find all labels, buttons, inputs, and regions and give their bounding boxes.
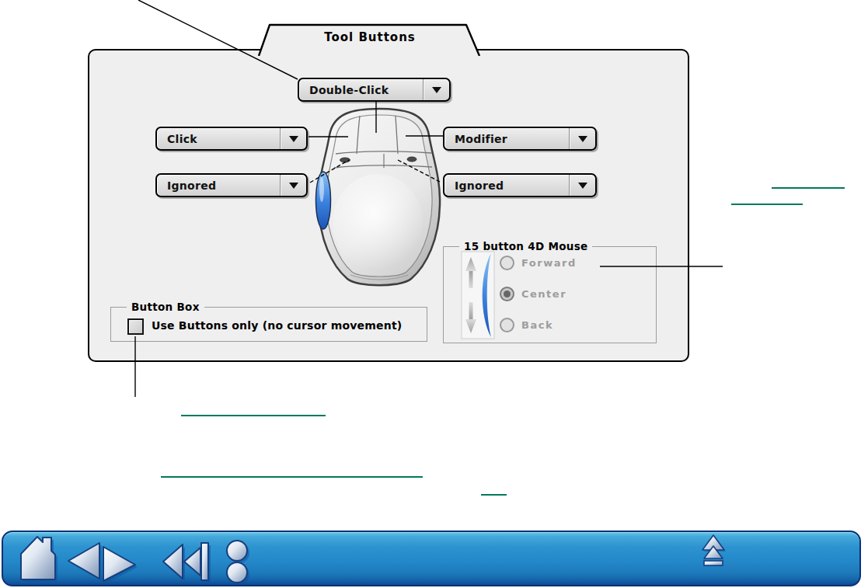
dropdown-label: Modifier bbox=[444, 133, 569, 145]
radio-circle bbox=[500, 318, 514, 332]
chevron-down-icon bbox=[578, 136, 587, 142]
tab-label: Tool Buttons bbox=[255, 30, 485, 44]
contents-icon[interactable] bbox=[227, 541, 249, 585]
chevron-down-icon bbox=[578, 183, 587, 189]
forward-icon[interactable] bbox=[103, 547, 138, 583]
manual-page: Tool Buttons Double-Click Click Ignored … bbox=[0, 0, 868, 588]
dropdown-arrow-button[interactable] bbox=[569, 175, 595, 196]
link-underline[interactable] bbox=[731, 204, 803, 205]
radio-circle bbox=[500, 256, 514, 270]
radio-label: Forward bbox=[521, 257, 577, 269]
lower-right-button-dropdown[interactable]: Ignored bbox=[443, 173, 597, 197]
upper-left-button-dropdown[interactable]: Click bbox=[155, 127, 308, 151]
button-box-group: Button Box Use Buttons only (no cursor m… bbox=[110, 307, 427, 342]
upper-right-button-dropdown[interactable]: Modifier bbox=[443, 127, 597, 151]
dropdown-arrow-button[interactable] bbox=[569, 128, 595, 149]
mouse-right-thumb-button bbox=[407, 157, 417, 162]
home-icon[interactable] bbox=[21, 537, 58, 582]
radio-forward[interactable]: Forward bbox=[500, 256, 577, 270]
link-underline[interactable] bbox=[181, 415, 326, 416]
eject-icon[interactable] bbox=[702, 535, 726, 565]
group-title: Button Box bbox=[127, 301, 204, 313]
radio-center[interactable]: Center bbox=[500, 287, 566, 301]
dropdown-arrow-button[interactable] bbox=[423, 79, 449, 100]
4d-mouse-illustration bbox=[313, 106, 445, 291]
chevron-down-icon bbox=[289, 183, 298, 189]
chevron-down-icon bbox=[432, 87, 441, 93]
dropdown-label: Double-Click bbox=[299, 84, 423, 96]
radio-circle bbox=[500, 287, 514, 301]
checkbox-label: Use Buttons only (no cursor movement) bbox=[152, 319, 402, 332]
radio-label: Center bbox=[521, 288, 566, 300]
radio-back[interactable]: Back bbox=[500, 318, 553, 332]
link-underline[interactable] bbox=[161, 476, 423, 478]
link-underline[interactable] bbox=[772, 187, 845, 189]
back-icon[interactable] bbox=[68, 543, 102, 581]
rewind-icon[interactable] bbox=[163, 543, 211, 583]
dropdown-arrow-button[interactable] bbox=[280, 175, 306, 196]
mouse-left-thumb-button bbox=[340, 158, 350, 162]
use-buttons-only-checkbox[interactable] bbox=[127, 318, 144, 335]
thumbwheel-icon bbox=[461, 251, 495, 339]
chevron-down-icon bbox=[289, 136, 298, 142]
dropdown-label: Click bbox=[157, 133, 280, 145]
dropdown-label: Ignored bbox=[444, 179, 569, 192]
dropdown-arrow-button[interactable] bbox=[280, 128, 306, 149]
radio-label: Back bbox=[521, 319, 553, 331]
link-underline[interactable] bbox=[481, 494, 507, 496]
dropdown-label: Ignored bbox=[157, 179, 280, 192]
top-button-dropdown[interactable]: Double-Click bbox=[298, 78, 451, 102]
4d-mouse-group: 15 button 4D Mouse bbox=[443, 246, 657, 343]
lower-left-button-dropdown[interactable]: Ignored bbox=[155, 173, 308, 197]
